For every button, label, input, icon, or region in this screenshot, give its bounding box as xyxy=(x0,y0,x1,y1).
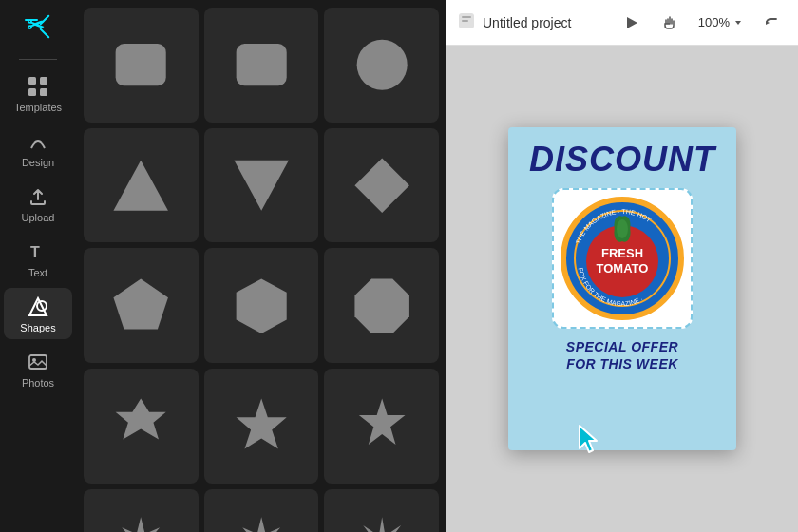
design-canvas: DISCOUNT xyxy=(508,127,736,450)
shapes-icon xyxy=(25,294,51,320)
text-label: Text xyxy=(28,267,48,278)
subtitle-line1: SPECIAL OFFER xyxy=(518,338,727,355)
svg-rect-6 xyxy=(28,88,36,96)
svg-rect-4 xyxy=(28,77,36,85)
sidebar-item-design[interactable]: Design xyxy=(4,123,72,174)
shape-star6[interactable] xyxy=(204,369,319,484)
sidebar-item-shapes[interactable]: Shapes xyxy=(4,288,72,339)
upload-icon xyxy=(25,183,51,210)
templates-icon xyxy=(25,73,51,100)
svg-marker-18 xyxy=(354,158,409,213)
subtitle-line2: FOR THIS WEEK xyxy=(518,355,727,372)
sidebar-item-photos[interactable]: Photos xyxy=(4,343,72,394)
svg-marker-24 xyxy=(358,399,405,446)
svg-marker-16 xyxy=(114,160,169,210)
shape-rounded-rect-1[interactable] xyxy=(84,8,199,123)
sidebar-item-text[interactable]: T Text xyxy=(4,233,72,284)
sidebar-divider xyxy=(19,59,57,60)
svg-rect-14 xyxy=(236,44,286,86)
svg-marker-17 xyxy=(234,160,289,210)
shape-diamond[interactable] xyxy=(324,128,439,243)
svg-rect-32 xyxy=(462,16,471,18)
sidebar-item-upload[interactable]: Upload xyxy=(4,178,72,229)
tomato-badge: FRESH TOMATO THE MAGAZINE · THE HOT FOX … xyxy=(560,197,684,320)
shape-circle[interactable] xyxy=(324,8,439,123)
photos-label: Photos xyxy=(22,377,54,389)
shapes-label: Shapes xyxy=(20,322,55,333)
shape-star8a[interactable] xyxy=(84,489,199,532)
svg-marker-21 xyxy=(354,278,409,333)
project-icon xyxy=(458,12,475,33)
shape-star8c[interactable] xyxy=(324,489,439,532)
design-icon xyxy=(25,128,51,155)
text-icon: T xyxy=(25,238,51,265)
shape-hexagon2[interactable] xyxy=(84,369,199,484)
svg-marker-27 xyxy=(354,517,409,532)
topbar-actions: 100% xyxy=(617,8,787,38)
sidebar: ✂ Templates Design xyxy=(0,0,76,532)
svg-marker-23 xyxy=(236,399,286,449)
canvas-area: Untitled project 100% xyxy=(446,0,798,532)
undo-button[interactable] xyxy=(756,8,787,38)
svg-marker-35 xyxy=(735,21,741,25)
play-button[interactable] xyxy=(617,8,647,38)
svg-marker-34 xyxy=(627,17,637,28)
upload-label: Upload xyxy=(22,212,55,223)
zoom-value: 100% xyxy=(698,15,730,29)
svg-text:FRESH: FRESH xyxy=(601,246,643,260)
canvas-topbar: Untitled project 100% xyxy=(446,0,798,46)
svg-marker-20 xyxy=(236,278,286,333)
templates-label: Templates xyxy=(14,102,62,113)
zoom-control[interactable]: 100% xyxy=(693,11,749,33)
shape-star5[interactable] xyxy=(324,369,439,484)
photos-icon xyxy=(25,349,51,375)
svg-rect-33 xyxy=(462,20,468,22)
design-subtitle: SPECIAL OFFER FOR THIS WEEK xyxy=(508,329,736,376)
svg-rect-13 xyxy=(116,44,166,86)
svg-rect-11 xyxy=(29,355,47,369)
svg-marker-25 xyxy=(116,517,166,532)
svg-text:✂: ✂ xyxy=(27,13,45,37)
canvas-viewport[interactable]: DISCOUNT xyxy=(446,46,798,532)
shape-octagon[interactable] xyxy=(324,248,439,363)
design-label: Design xyxy=(22,157,54,168)
shape-rounded-rect-2[interactable] xyxy=(204,8,319,123)
shape-hexagon[interactable] xyxy=(204,248,319,363)
svg-point-49 xyxy=(617,219,628,238)
svg-marker-19 xyxy=(114,278,169,329)
sidebar-item-templates[interactable]: Templates xyxy=(4,67,72,119)
svg-text:T: T xyxy=(30,244,40,260)
project-title: Untitled project xyxy=(483,15,609,30)
svg-rect-5 xyxy=(40,77,48,85)
svg-marker-22 xyxy=(116,399,166,440)
shape-triangle-down[interactable] xyxy=(204,128,319,243)
svg-point-15 xyxy=(356,40,407,90)
svg-text:TOMATO: TOMATO xyxy=(597,261,649,276)
shapes-panel xyxy=(76,0,446,532)
shape-star8b[interactable] xyxy=(204,489,319,532)
shape-pentagon[interactable] xyxy=(84,248,199,363)
design-title: DISCOUNT xyxy=(508,127,736,184)
svg-marker-26 xyxy=(236,517,286,532)
svg-rect-7 xyxy=(40,88,48,96)
hand-tool-button[interactable] xyxy=(655,8,685,38)
shape-triangle-up[interactable] xyxy=(84,128,199,243)
app-logo: ✂ xyxy=(21,10,55,44)
shapes-grid xyxy=(84,8,439,532)
